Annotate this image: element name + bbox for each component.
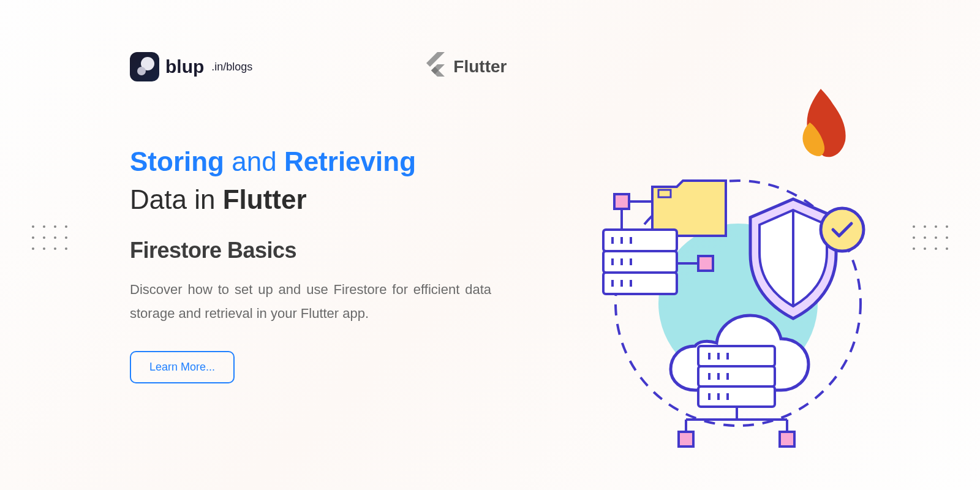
svg-rect-8 [603,273,677,294]
firestore-illustration [579,162,897,469]
svg-rect-39 [780,432,794,447]
learn-more-button[interactable]: Learn More... [130,351,235,383]
brand-logo-section[interactable]: blup .in/blogs [130,52,252,81]
flutter-label: Flutter [453,57,507,77]
svg-rect-6 [603,230,677,251]
blup-logo-icon [130,52,159,81]
header: blup .in/blogs Flutter [0,0,980,81]
flutter-icon [424,52,446,81]
brand-suffix: .in/blogs [211,61,252,74]
svg-rect-19 [698,256,713,271]
firebase-flame-icon [784,83,858,168]
flutter-badge: Flutter [424,52,507,81]
svg-point-21 [821,208,864,251]
brand-name: blup [165,56,204,77]
svg-rect-38 [679,432,693,447]
description: Discover how to set up and use Firestore… [130,278,491,325]
page-title: Storing and Retrieving Data in Flutter [130,143,497,218]
svg-rect-3 [614,194,629,209]
svg-rect-7 [603,251,677,273]
